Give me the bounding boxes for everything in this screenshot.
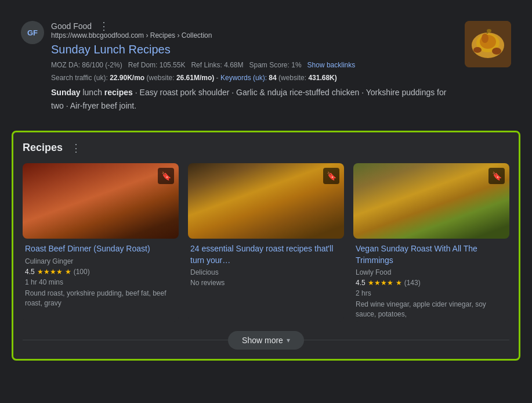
search-result-card: GF Good Food ⋮ https://www.bbcgoodfood.c… [12,12,520,121]
recipes-rich-block: Recipes ⋮ 🔖 Roast Beef Dinner (Sunday Ro… [12,131,520,361]
website-val: 26.61M/mo) [176,74,214,82]
bookmark-icon-2: 🔖 [327,171,336,181]
search-traffic-val: 22.90K/mo [110,74,144,82]
recipe-info-2: 24 essential Sunday roast recipes that'l… [188,239,344,289]
keywords-val: 84 [269,74,276,82]
search-traffic-label: Search traffic (uk): [51,74,108,82]
recipes-section-title: Recipes [23,142,63,154]
bookmark-button-2[interactable]: 🔖 [323,168,339,184]
recipe-info-1: Roast Beef Dinner (Sunday Roast) Culinar… [23,239,179,310]
recipe-rating-1: 4.5 ★★★★★ (100) [25,268,176,276]
rating-count-3: (143) [404,279,421,287]
seo-row-1: MOZ DA: 86/100 (-2%) Ref Dom: 105.55K Re… [51,60,458,71]
svg-point-4 [482,34,488,43]
site-name: Good Food [51,21,92,31]
recipe-image-wrapper-2: 🔖 [188,163,344,239]
show-more-button[interactable]: Show more ▾ [228,331,304,350]
bookmark-button-3[interactable]: 🔖 [488,168,505,184]
star-half-1: ★ [65,268,71,276]
recipe-rating-3: 4.5 ★★★★★ (143) [356,279,507,287]
recipe-time-1: 1 hr 40 mins [25,278,176,286]
recipe-name-3[interactable]: Vegan Sunday Roast With All The Trimming… [356,243,507,266]
rating-score-3: 4.5 [356,279,365,287]
show-more-row: Show more ▾ [23,331,509,350]
recipe-ingredients-1: Round roast, yorkshire pudding, beef fat… [25,289,176,308]
divider-left [23,340,228,340]
recipe-image-wrapper-1: 🔖 [23,163,179,239]
dash: - [216,74,219,82]
spam-score: Spam Score: 1% [249,61,302,69]
show-more-label: Show more [242,336,283,345]
result-title[interactable]: Sunday Lunch Recipes [51,43,458,56]
show-backlinks-link[interactable]: Show backlinks [307,61,356,69]
snippet-bold-recipes: recipes [104,88,133,97]
recipe-image-beef [23,163,179,239]
bookmark-icon-3: 🔖 [492,171,502,181]
site-logo: GF [21,21,44,44]
result-menu-icon[interactable]: ⋮ [95,21,113,31]
recipe-name-1[interactable]: Roast Beef Dinner (Sunday Roast) [25,243,176,255]
site-url: https://www.bbcgoodfood.com › Recipes › … [51,31,458,39]
ref-dom: Ref Dom: 105.55K [128,61,186,69]
recipe-source-1: Culinary Ginger [25,257,176,265]
recipes-header: Recipes ⋮ [23,142,509,154]
keywords-label[interactable]: Keywords (uk): [220,74,267,82]
recipe-card-vegan-roast[interactable]: 🔖 Vegan Sunday Roast With All The Trimmi… [353,163,509,322]
recipe-ingredients-3: Red wine vinegar, apple cider vinegar, s… [356,300,507,319]
website2-label: (website: [278,74,306,82]
moz-da: MOZ DA: 86/100 (-2%) [51,61,122,69]
website2-val: 431.68K) [308,74,336,82]
chevron-down-icon: ▾ [287,336,290,344]
recipe-image-chicken [188,163,344,239]
no-reviews-label: No reviews [190,279,342,287]
seo-row-2: Search traffic (uk): 22.90K/mo (website:… [51,73,458,84]
recipe-image-wrapper-3: 🔖 [353,163,509,239]
stars-1: ★★★★ [37,268,63,276]
recipe-info-3: Vegan Sunday Roast With All The Trimming… [353,239,509,322]
recipes-grid: 🔖 Roast Beef Dinner (Sunday Roast) Culin… [23,163,509,322]
star-half-3: ★ [396,279,402,287]
recipe-name-2[interactable]: 24 essential Sunday roast recipes that'l… [190,243,342,266]
recipe-image-vegan [353,163,509,239]
recipe-time-3: 2 hrs [356,289,507,297]
stars-3: ★★★★ [368,279,393,287]
result-meta: Good Food ⋮ https://www.bbcgoodfood.com … [51,21,458,112]
snippet: Sunday lunch recipes · Easy roast pork s… [51,86,458,112]
recipe-source-2: Delicious [190,268,342,276]
recipe-card-roast-beef[interactable]: 🔖 Roast Beef Dinner (Sunday Roast) Culin… [23,163,179,322]
svg-point-6 [487,29,491,33]
rating-score-1: 4.5 [25,268,35,276]
bookmark-icon-1: 🔖 [161,171,171,181]
snippet-bold-sunday: Sunday [51,88,81,97]
recipe-card-sunday-roast[interactable]: 🔖 24 essential Sunday roast recipes that… [188,163,344,322]
result-thumbnail [465,21,511,67]
divider-right [304,340,509,340]
ref-links: Ref Links: 4.68M [191,61,243,69]
recipe-source-3: Lowly Food [356,268,507,276]
recipes-menu-icon[interactable]: ⋮ [67,143,85,153]
svg-point-7 [492,48,501,55]
thumbnail-image [465,21,511,67]
svg-point-8 [473,47,482,53]
bookmark-button-1[interactable]: 🔖 [158,168,174,184]
website-label: (website: [147,74,175,82]
rating-count-1: (100) [74,268,90,276]
